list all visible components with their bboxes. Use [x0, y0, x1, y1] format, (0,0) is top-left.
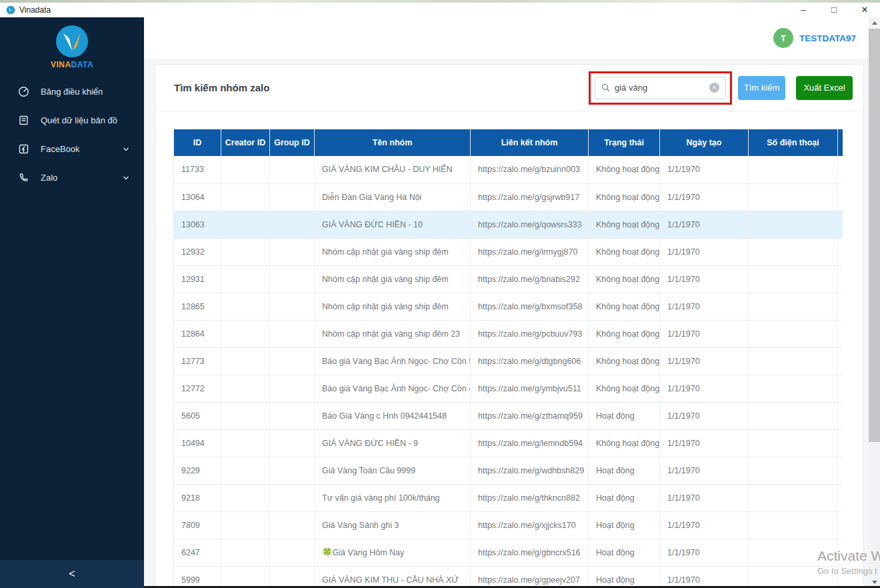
cell-id: 12932	[174, 238, 221, 265]
table-row[interactable]: 5999GIÁ VÀNG KIM THU - CẦU NHÀ XỨhttps:/…	[174, 566, 843, 588]
cell-link: https://zalo.me/g/irmygj870	[471, 238, 589, 265]
cell-id: 13063	[174, 211, 221, 238]
sidebar-item-zalo[interactable]: Zalo	[0, 163, 144, 192]
cell-creator_id	[221, 402, 270, 429]
cell-cutoff	[838, 211, 843, 238]
cell-phone	[749, 484, 838, 511]
sidebar-item-facebook[interactable]: FaceBook	[0, 135, 144, 163]
cell-id: 6247	[174, 539, 221, 566]
table-row[interactable]: 12931Nhóm cập nhật giá vàng ship đêmhttp…	[174, 265, 843, 293]
table-row[interactable]: 13063GIÁ VÀNG ĐỨC HIỀN - 10https://zalo.…	[174, 211, 843, 238]
cell-id: 12772	[174, 375, 221, 402]
cell-link: https://zalo.me/g/gpeejv207	[471, 566, 589, 588]
search-input[interactable]	[615, 83, 709, 93]
cell-id: 5605	[174, 402, 221, 429]
clear-search-icon[interactable]: ×	[709, 83, 719, 93]
cell-created: 1/1/1970	[660, 429, 749, 457]
cell-group_id	[270, 539, 315, 566]
maximize-icon[interactable]: □	[819, 3, 849, 17]
cell-cutoff	[838, 402, 843, 429]
sidebar-item-label: FaceBook	[41, 144, 80, 154]
cell-status: Không hoạt động	[589, 238, 660, 265]
content-card: Tìm kiếm nhóm zalo × Tìm kiếm Xuất Excel	[155, 64, 864, 588]
app-logo-icon	[6, 5, 15, 15]
cell-group_id	[270, 375, 315, 402]
cell-creator_id	[221, 156, 270, 183]
table-row[interactable]: 11733GIÁ VÀNG KIM CHÂU - DUY HIỂNhttps:/…	[174, 156, 843, 183]
export-excel-button[interactable]: Xuất Excel	[796, 76, 853, 100]
table-row[interactable]: 5605Báo Giá Vàng c Hnh 0942441548https:/…	[174, 402, 843, 429]
search-icon	[601, 83, 610, 92]
cell-creator_id	[221, 539, 270, 566]
cell-creator_id	[221, 566, 270, 588]
table-row[interactable]: 6247🍀Giá Vàng Hôm Nayhttps://zalo.me/g/g…	[174, 539, 843, 566]
table-row[interactable]: 10494GIÁ VÀNG ĐỨC HIỀN - 9https://zalo.m…	[174, 429, 843, 457]
cell-group_id	[270, 402, 315, 429]
cell-group_id	[270, 183, 315, 211]
brand-logo: VINADATA	[0, 17, 144, 69]
table-row[interactable]: 13064Diễn Đàn Giá Vàng Hà Nộihttps://zal…	[174, 183, 843, 211]
cell-cutoff	[838, 539, 843, 566]
chevron-down-icon	[123, 175, 129, 181]
annotation-highlight: ×	[589, 71, 732, 105]
table-row[interactable]: 7809Giá Vàng Sánh ghi 3https://zalo.me/g…	[174, 511, 843, 539]
table-row[interactable]: 9218Tư vấn giá vàng phí 100k/thánghttps:…	[174, 484, 843, 511]
table-row[interactable]: 12932Nhóm cập nhật giá vàng ship đêmhttp…	[174, 238, 843, 265]
cell-created: 1/1/1970	[660, 265, 749, 293]
cell-status: Không hoạt động	[589, 183, 660, 211]
cell-creator_id	[221, 183, 270, 211]
cell-group_id	[270, 238, 315, 265]
table-row[interactable]: 12864Nhóm cập nhật giá vàng ship đêm 23h…	[174, 320, 843, 347]
cell-status: Không hoạt động	[589, 320, 660, 347]
cell-status: Không hoạt động	[589, 156, 660, 183]
cell-name: Tư vấn giá vàng phí 100k/tháng	[315, 484, 471, 511]
table-row[interactable]: 12865Nhóm cập nhật giá vàng ship đêmhttp…	[174, 293, 843, 320]
table-row[interactable]: 12772Báo giá Vàng Bạc Ánh Ngọc- Chợ Cồn …	[174, 375, 843, 402]
table-row[interactable]: 12773Báo giá Vàng Bạc Ánh Ngọc- Chợ Cồn …	[174, 347, 843, 375]
cell-created: 1/1/1970	[660, 484, 749, 511]
cell-created: 1/1/1970	[660, 183, 749, 211]
cell-group_id	[270, 429, 315, 457]
cell-creator_id	[221, 293, 270, 320]
cell-group_id	[270, 566, 315, 588]
cell-created: 1/1/1970	[660, 293, 749, 320]
cell-created: 1/1/1970	[660, 511, 749, 539]
sidebar-item-dashboard[interactable]: Bảng điều khiển	[0, 77, 144, 106]
column-header: Số điện thoại	[749, 129, 838, 156]
cell-creator_id	[221, 429, 270, 457]
cell-id: 7809	[174, 511, 221, 539]
sidebar-item-map-scan[interactable]: Quét dữ liệu bản đồ	[0, 106, 144, 135]
table-row[interactable]: 9229Giá Vàng Toàn Cầu 9999https://zalo.m…	[174, 457, 843, 484]
cell-link: https://zalo.me/g/gsjrwb917	[471, 183, 589, 211]
search-button[interactable]: Tìm kiếm	[738, 76, 785, 100]
cell-group_id	[270, 320, 315, 347]
topbar: T TESTDATA97	[144, 17, 880, 60]
user-badge[interactable]: T TESTDATA97	[773, 28, 856, 48]
cell-link: https://zalo.me/g/bzuinn003	[471, 156, 589, 183]
cell-name: Nhóm cập nhật giá vàng ship đêm 23	[315, 320, 471, 347]
column-header-cutoff	[838, 129, 843, 156]
minimize-icon[interactable]: –	[788, 3, 819, 17]
cell-link: https://zalo.me/g/bxmsof358	[471, 293, 589, 320]
cell-name: Nhóm cập nhật giá vàng ship đêm	[315, 293, 471, 320]
search-box: ×	[595, 77, 726, 99]
scrollbar-thumb[interactable]	[869, 29, 880, 442]
cell-creator_id	[221, 211, 270, 238]
cell-id: 11733	[174, 156, 221, 183]
dashboard-icon	[18, 86, 29, 97]
cell-id: 12865	[174, 293, 221, 320]
sidebar-collapse-button[interactable]: <	[0, 560, 144, 588]
phone-icon	[18, 172, 29, 183]
close-icon[interactable]: ✕	[849, 3, 880, 17]
cell-link: https://zalo.me/g/wdhbsh829	[471, 457, 589, 484]
cell-link: https://zalo.me/g/pcbuuv793	[471, 320, 589, 347]
cell-phone	[749, 293, 838, 320]
cell-group_id	[270, 211, 315, 238]
scroll-up-icon[interactable]	[869, 17, 880, 29]
cell-cutoff	[838, 375, 843, 402]
cell-phone	[749, 375, 838, 402]
cell-phone	[749, 265, 838, 293]
vertical-scrollbar[interactable]	[869, 17, 880, 588]
cell-name: Nhóm cập nhật giá vàng ship đêm	[315, 238, 471, 265]
cell-link: https://zalo.me/g/bnabis292	[471, 265, 589, 293]
